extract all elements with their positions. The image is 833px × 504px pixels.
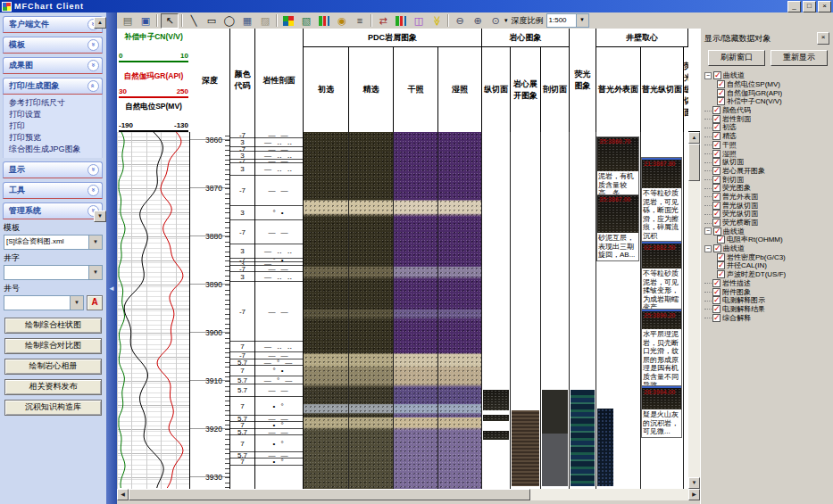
scroll-down-icon[interactable]: ▼ <box>688 477 700 489</box>
checkbox-checked-icon[interactable] <box>712 279 721 287</box>
core-description-card[interactable]: 25:3890.20水平层理泥岩，贝壳断口光滑，纹层的形成原理是因有机质含量不同… <box>641 309 682 392</box>
zoom-out-icon[interactable]: ⊖ <box>452 14 468 28</box>
picture-icon[interactable]: ▧ <box>298 14 314 28</box>
flow-nodes-icon[interactable]: ⇄ <box>375 14 391 28</box>
tree-child-item[interactable]: 声波时差DT(US/F) <box>704 270 830 279</box>
double-chevron-icon[interactable]: ≫ <box>430 12 444 29</box>
tree-child-item[interactable]: 电阻率Rt(OHMM) <box>704 235 830 244</box>
image-tool-icon[interactable]: ▦ <box>239 14 255 28</box>
collapse-icon[interactable]: − <box>704 245 712 252</box>
select-cursor-icon[interactable]: ↖ <box>161 13 179 29</box>
sidebar-item[interactable]: 打印 <box>9 120 102 132</box>
collapse-icon[interactable]: − <box>704 72 712 79</box>
checkbox-checked-icon[interactable] <box>717 253 725 261</box>
checkbox-checked-icon[interactable] <box>712 106 721 114</box>
checkbox-checked-icon[interactable] <box>712 115 721 123</box>
checkbox-checked-icon[interactable] <box>717 89 725 97</box>
horizontal-scrollbar[interactable]: ◀ ▶ <box>117 489 700 500</box>
refresh-window-button[interactable]: 刷新窗口 <box>708 50 765 66</box>
double-chevron-icon[interactable]: » <box>87 60 99 71</box>
sidebar-action-button-1[interactable]: 绘制综合对比图 <box>4 338 102 354</box>
checkbox-checked-icon[interactable] <box>712 176 721 184</box>
sidebar-scroll-up-icon[interactable]: ▲ <box>94 17 106 29</box>
line-tool-icon[interactable]: ╲ <box>186 14 202 28</box>
core-description-card[interactable]: 28:3904.00疑是火山灰的沉积岩，可见微... <box>641 385 682 438</box>
checkbox-checked-icon[interactable] <box>712 184 721 192</box>
ellipse-tool-icon[interactable]: ◯ <box>221 14 237 28</box>
search-colors-icon[interactable]: ◉ <box>334 14 350 28</box>
checkbox-checked-icon[interactable] <box>712 141 721 149</box>
chevron-down-icon[interactable]: ▼ <box>576 14 588 27</box>
sidebar-action-button-3[interactable]: 相关资料发布 <box>4 379 102 395</box>
depth-scale-select[interactable]: 1:500 ▼ <box>546 13 589 28</box>
checkbox-checked-icon[interactable] <box>713 244 721 252</box>
checkbox-checked-icon[interactable] <box>712 167 721 175</box>
checkbox-checked-icon[interactable] <box>712 150 721 158</box>
checkbox-checked-icon[interactable] <box>712 193 721 201</box>
vertical-scrollbar[interactable]: ▲ ▼ <box>688 132 700 489</box>
double-chevron-icon[interactable]: » <box>87 80 99 92</box>
field-combo-2[interactable]: ▼ <box>4 295 84 310</box>
checkbox-checked-icon[interactable] <box>717 80 725 88</box>
double-chevron-icon[interactable]: » <box>87 39 99 51</box>
chevron-down-icon[interactable]: ▼ <box>88 266 102 279</box>
sidebar-splitter[interactable]: ◄ <box>106 12 117 504</box>
collapse-icon[interactable]: − <box>704 227 712 235</box>
minimize-button[interactable]: _ <box>787 1 801 12</box>
close-button[interactable]: × <box>818 1 831 12</box>
core-description-card[interactable]: 35:3860.70泥岩，有机质含量较高，条... <box>596 136 639 200</box>
double-chevron-icon[interactable]: » <box>87 164 99 176</box>
save-image-icon[interactable]: ▣ <box>137 14 154 28</box>
zoom-select-icon[interactable]: ⊙ <box>487 14 504 28</box>
checkbox-checked-icon[interactable] <box>717 235 725 244</box>
checkbox-checked-icon[interactable] <box>717 270 725 278</box>
redisplay-button[interactable]: 重新显示 <box>771 50 828 66</box>
sidebar-panel-6[interactable]: 管理系统» <box>3 202 103 219</box>
checkbox-checked-icon[interactable] <box>712 123 721 131</box>
rect-tool-icon[interactable]: ▭ <box>204 14 220 28</box>
zoom-in-icon[interactable]: ⊕ <box>470 14 486 28</box>
sidebar-panel-0[interactable]: 客户端文件» <box>3 16 103 33</box>
list-icon[interactable]: ≡ <box>352 14 368 28</box>
sidebar-panel-1[interactable]: 模板» <box>3 37 103 54</box>
core-description-card[interactable]: 02:3882.50不等粒砂质泥岩，可见揉皱变形，为成岩期蠕变产... <box>641 241 682 314</box>
sidebar-action-button-2[interactable]: 绘制岩心相册 <box>4 359 102 375</box>
derrick-icon-button[interactable]: A <box>87 295 103 310</box>
tree-child-item[interactable]: 补偿中子CN(V/V) <box>704 97 830 106</box>
sidebar-panel-2[interactable]: 成果图» <box>3 57 103 74</box>
zoom-dropdown-caret-icon[interactable]: ▾ <box>504 17 508 24</box>
vertical-scroll-thumb[interactable] <box>688 144 700 181</box>
column-chart-icon[interactable] <box>316 14 332 28</box>
checkbox-checked-icon[interactable] <box>717 97 725 105</box>
double-chevron-icon[interactable]: » <box>87 185 99 196</box>
sidebar-item[interactable]: 打印设置 <box>9 109 102 120</box>
checkbox-checked-icon[interactable] <box>713 227 721 235</box>
checkbox-checked-icon[interactable] <box>713 71 721 79</box>
sidebar-action-button-0[interactable]: 绘制综合柱状图 <box>4 318 102 334</box>
color-grid-icon[interactable] <box>280 14 296 28</box>
sidebar-item[interactable]: 打印预览 <box>9 132 102 144</box>
sidebar-item[interactable]: 综合图生成JPG图象 <box>9 144 102 155</box>
checkbox-checked-icon[interactable] <box>717 261 725 269</box>
core-description-card[interactable]: 21:3867.80不等粒砂质泥岩，可见砾，断面光滑，应为擦痕，碎屑流沉积 <box>641 157 682 242</box>
scroll-right-icon[interactable]: ▶ <box>688 489 700 500</box>
bar-graph-icon[interactable] <box>393 14 409 28</box>
well-log-chart[interactable]: 深度颜色 代码岩性剖面PDC岩屑图象初选精选干照湿照岩心图象纵切面岩心展 开图象… <box>117 29 688 489</box>
checkbox-checked-icon[interactable] <box>712 296 721 304</box>
sidebar-panel-4[interactable]: 显示» <box>3 161 103 178</box>
checkbox-checked-icon[interactable] <box>712 158 721 166</box>
checkbox-checked-icon[interactable] <box>712 219 721 227</box>
sidebar-scroll-down-icon[interactable]: ▼ <box>94 211 106 222</box>
checkbox-checked-icon[interactable] <box>712 288 721 296</box>
tree-item[interactable]: 综合解释 <box>704 313 830 322</box>
scroll-up-icon[interactable]: ▲ <box>688 132 700 144</box>
panel-close-icon[interactable]: × <box>817 32 829 45</box>
scroll-left-icon[interactable]: ◀ <box>117 489 129 500</box>
brush-icon[interactable]: ▨ <box>257 14 273 28</box>
chevron-down-icon[interactable]: ▼ <box>88 235 102 249</box>
export-image-icon[interactable]: ▤ <box>120 14 136 28</box>
sidebar-item[interactable]: 参考打印纸尺寸 <box>9 97 102 109</box>
checkbox-checked-icon[interactable] <box>712 210 721 218</box>
chevron-down-icon[interactable]: ▼ <box>70 296 83 310</box>
core-description-card[interactable]: 35:3867.00砂泥互层，表现出三期旋回，AB... <box>596 194 639 261</box>
